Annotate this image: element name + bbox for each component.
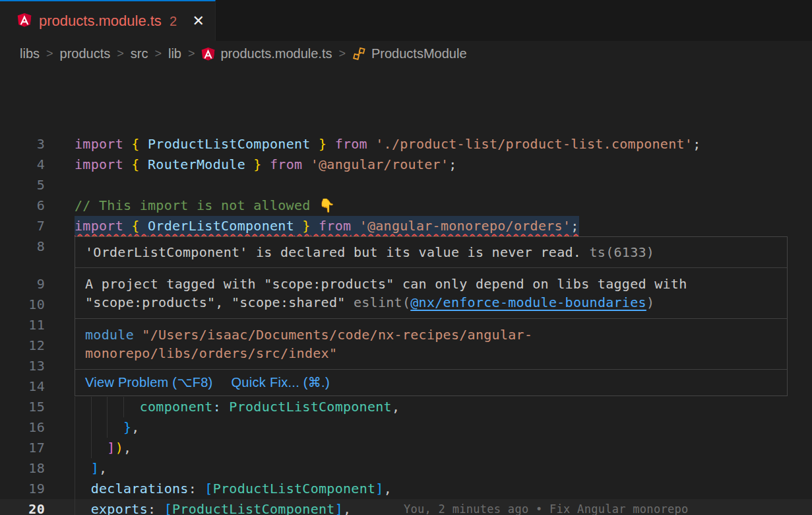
hover-text: eslint( — [354, 294, 410, 310]
hover-text: ) — [646, 294, 654, 310]
breadcrumb-item-src[interactable]: src — [131, 46, 148, 61]
error-squiggle: import { OrderListComponent } from '@ang… — [75, 218, 579, 234]
editor-window: products.module.ts 2 ✕ libs>products>src… — [0, 0, 812, 515]
line-number[interactable]: 6 — [0, 195, 45, 216]
eslint-rule-link[interactable]: @nx/enforce-module-boundaries — [410, 294, 646, 310]
tab-problems-badge: 2 — [170, 14, 177, 29]
code-text: }, — [75, 417, 140, 438]
line-number[interactable]: 12 — [0, 335, 45, 356]
breadcrumb-separator-icon: > — [338, 47, 346, 61]
line-number[interactable]: 19 — [0, 479, 45, 499]
breadcrumb-label: products — [60, 46, 111, 61]
hover-message-line: module "/Users/isaac/Documents/code/nx-r… — [85, 326, 777, 344]
code-text: declarations: [ProductListComponent], — [75, 479, 392, 499]
breadcrumb-item-products-module-ts[interactable]: products.module.ts — [201, 46, 332, 61]
problem-hover-popup: 'OrderListComponent' is declared but its… — [75, 236, 788, 396]
breadcrumb-item-products[interactable]: products — [60, 46, 111, 61]
breadcrumb: libs>products>src>lib>products.module.ts… — [0, 41, 812, 66]
view-problem-action[interactable]: View Problem (⌥F8) — [85, 374, 213, 392]
line-number[interactable]: 15 — [0, 397, 45, 417]
breadcrumb-label: ProductsModule — [371, 46, 467, 61]
quick-fix-action[interactable]: Quick Fix... (⌘.) — [232, 374, 330, 392]
code-text: // This import is not allowed 👇 — [75, 195, 335, 216]
angular-icon — [201, 47, 215, 61]
line-number[interactable]: 14 — [0, 376, 45, 397]
breadcrumb-label: libs — [20, 46, 40, 61]
hover-text: module — [85, 327, 142, 343]
hover-text: "scope:products", "scope:shared" — [85, 294, 354, 310]
line-number[interactable]: 3 — [0, 134, 45, 154]
hover-status-bar: View Problem (⌥F8)Quick Fix... (⌘.) — [75, 369, 787, 395]
line-number[interactable]: 16 — [0, 417, 45, 438]
breadcrumb-item-lib[interactable]: lib — [168, 46, 181, 61]
tab-products-module[interactable]: products.module.ts 2 ✕ — [0, 0, 216, 41]
line-number[interactable]: 8 — [0, 236, 45, 257]
line-number[interactable]: 7 — [0, 216, 45, 236]
hover-text: monorepo/libs/orders/src/index" — [85, 345, 337, 361]
code-line-20[interactable]: 20 exports: [ProductListComponent],You, … — [0, 499, 812, 515]
code-text: ], — [75, 458, 107, 479]
code-text: ]), — [75, 438, 131, 458]
code-line-18[interactable]: 18 ], — [0, 458, 812, 479]
line-number[interactable]: 13 — [0, 356, 45, 376]
line-number[interactable]: 20 — [0, 499, 45, 515]
line-number[interactable]: 9 — [0, 274, 45, 294]
code-editor[interactable]: 'OrderListComponent' is declared but its… — [0, 66, 812, 515]
hover-text: "/Users/isaac/Documents/code/nx-recipes/… — [142, 327, 532, 343]
code-text: import { ProductListComponent } from './… — [75, 134, 701, 154]
angular-icon — [17, 13, 32, 30]
breadcrumb-separator-icon: > — [117, 47, 124, 61]
tab-close-button[interactable]: ✕ — [193, 14, 204, 28]
git-blame-annotation: You, 2 minutes ago • Fix Angular monorep… — [404, 499, 689, 515]
line-number[interactable]: 17 — [0, 438, 45, 458]
code-line-3[interactable]: 3import { ProductListComponent } from '.… — [0, 134, 812, 154]
line-number[interactable]: 5 — [0, 175, 45, 195]
code-line-19[interactable]: 19 declarations: [ProductListComponent], — [0, 479, 812, 499]
tab-bar: products.module.ts 2 ✕ — [0, 0, 812, 41]
tab-title: products.module.ts — [39, 13, 162, 30]
line-number[interactable]: 10 — [0, 294, 45, 315]
code-line-15[interactable]: 15 component: ProductListComponent, — [0, 397, 812, 417]
code-text: exports: [ProductListComponent], — [75, 499, 351, 515]
line-number[interactable]: 18 — [0, 458, 45, 479]
breadcrumb-label: src — [131, 46, 148, 61]
hover-section-module-path: module "/Users/isaac/Documents/code/nx-r… — [75, 318, 787, 369]
hover-text: A project tagged with "scope:products" c… — [85, 276, 687, 292]
warning-squiggle: import { OrderListComponent } from '@ang… — [75, 218, 579, 234]
breadcrumb-separator-icon: > — [46, 47, 53, 61]
hover-section-ts-diagnostic: 'OrderListComponent' is declared but its… — [75, 237, 787, 267]
hover-message-line: monorepo/libs/orders/src/index" — [85, 344, 777, 362]
code-line-4[interactable]: 4import { RouterModule } from '@angular/… — [0, 154, 812, 175]
hover-text: ts(6133) — [581, 244, 654, 260]
code-line-7[interactable]: 7import { OrderListComponent } from '@an… — [0, 216, 812, 236]
hover-section-eslint-diagnostic: A project tagged with "scope:products" c… — [75, 267, 787, 318]
breadcrumb-separator-icon: > — [188, 47, 195, 61]
line-number[interactable]: 11 — [0, 315, 45, 335]
code-line-5[interactable]: 5 — [0, 175, 812, 195]
breadcrumb-label: lib — [168, 46, 181, 61]
breadcrumb-item-libs[interactable]: libs — [20, 46, 40, 61]
hover-message-line: 'OrderListComponent' is declared but its… — [85, 243, 777, 261]
hover-message-line: "scope:products", "scope:shared" eslint(… — [85, 293, 777, 312]
breadcrumb-separator-icon: > — [154, 47, 162, 61]
code-text: component: ProductListComponent, — [75, 397, 400, 417]
class-icon — [352, 47, 366, 61]
code-line-17[interactable]: 17 ]), — [0, 438, 812, 458]
code-line-16[interactable]: 16 }, — [0, 417, 812, 438]
code-text: import { RouterModule } from '@angular/r… — [75, 154, 457, 175]
breadcrumb-item-productsmodule[interactable]: ProductsModule — [352, 46, 467, 61]
hover-message-line: A project tagged with "scope:products" c… — [85, 275, 777, 293]
code-line-6[interactable]: 6// This import is not allowed 👇 — [0, 195, 812, 216]
breadcrumb-label: products.module.ts — [220, 46, 332, 61]
hover-text: 'OrderListComponent' is declared but its… — [85, 244, 581, 260]
error-underlined-code: import { OrderListComponent } from '@ang… — [75, 216, 579, 236]
line-number[interactable]: 4 — [0, 154, 45, 175]
